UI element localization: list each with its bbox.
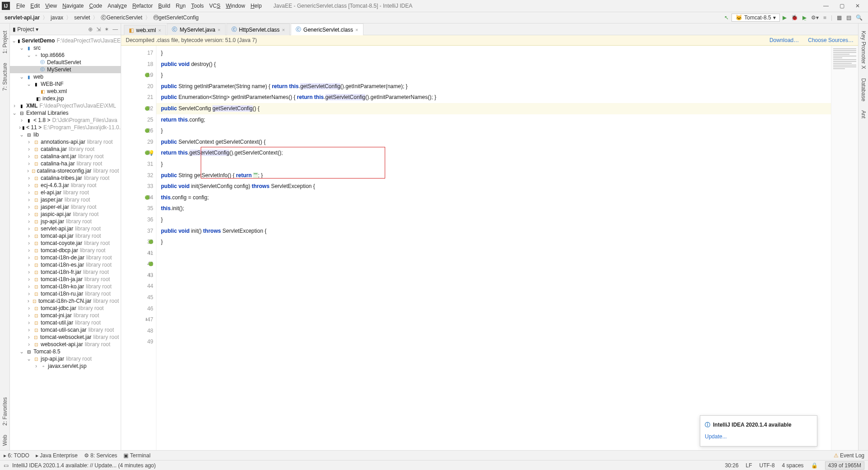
tree-lib-item[interactable]: ›⊡tomcat-i18n-ru.jarlibrary root	[10, 290, 121, 297]
toolwindow-favorites[interactable]: 2: Favorites	[2, 397, 8, 426]
tree-lib-item[interactable]: ›⊡tomcat-i18n-ja.jarlibrary root	[10, 276, 121, 283]
close-tab-icon[interactable]: ×	[282, 27, 285, 33]
tree-lib-item[interactable]: ›⊡catalina-ha.jarlibrary root	[10, 160, 121, 167]
tree-lib-item[interactable]: ›⊡tomcat-websocket.jarlibrary root	[10, 334, 121, 341]
tree-lib-item[interactable]: ›⊡tomcat-jni.jarlibrary root	[10, 312, 121, 319]
profile-icon[interactable]: ⚙▾	[811, 14, 819, 21]
caret-position[interactable]: 30:26	[725, 462, 739, 469]
toolwindow-structure[interactable]: 7: Structure	[2, 63, 8, 91]
crumb-jar[interactable]: servlet-api.jar	[3, 14, 42, 21]
tree-lib-item[interactable]: ›⊡catalina-storeconfig.jarlibrary root	[10, 167, 121, 174]
tree-lib-item[interactable]: ›⊡servlet-api.jarlibrary root	[10, 225, 121, 232]
menu-vcs[interactable]: VCS	[207, 3, 223, 9]
menu-analyze[interactable]: Analyze	[105, 3, 130, 9]
collapse-icon[interactable]: ✶	[104, 26, 109, 33]
tab-genericservlet[interactable]: ⓒGenericServlet.class×	[291, 24, 363, 35]
minimize-icon[interactable]: —	[823, 3, 829, 9]
menu-edit[interactable]: Edit	[28, 3, 42, 9]
menu-file[interactable]: FFileile	[14, 3, 28, 9]
toolwindow-ant[interactable]: Ant	[860, 110, 867, 118]
menu-navigate[interactable]: Navigate	[60, 3, 86, 9]
run-config-selector[interactable]: 🐱 Tomcat-8.5 ▾	[731, 14, 779, 22]
close-tab-icon[interactable]: ×	[355, 27, 358, 33]
close-tab-icon[interactable]: ×	[217, 27, 220, 33]
select-opened-icon[interactable]: ⊕	[88, 26, 93, 33]
tree-lib-item[interactable]: ›⊡jasper.jarlibrary root	[10, 196, 121, 203]
toolwindow-web[interactable]: Web	[2, 435, 8, 446]
readonly-icon[interactable]: 🔒	[811, 462, 818, 469]
tree-lib-item[interactable]: ›⊡catalina-tribes.jarlibrary root	[10, 174, 121, 182]
project-selector[interactable]: ▮ Project ▾	[13, 26, 38, 33]
tree-lib-item[interactable]: ›⊡annotations-api.jarlibrary root	[10, 138, 121, 146]
tab-httpservlet[interactable]: ⓒHttpServlet.class×	[226, 24, 290, 35]
crumb-class[interactable]: ⓒ GenericServlet	[99, 14, 144, 22]
download-sources-link[interactable]: Download…	[769, 37, 799, 43]
tree-lib-item[interactable]: ›⊡tomcat-i18n-de.jarlibrary root	[10, 254, 121, 261]
memory-indicator[interactable]: 439 of 1965M	[825, 461, 864, 470]
tree-lib-item[interactable]: ›⊡tomcat-api.jarlibrary root	[10, 232, 121, 240]
toolwindow-keypromoter[interactable]: Key Promoter X	[860, 31, 867, 69]
maximize-icon[interactable]: ▢	[840, 3, 844, 9]
toolwindow-services[interactable]: ⚙ 8: Services	[84, 452, 118, 459]
menu-view[interactable]: View	[42, 3, 60, 9]
code-editor[interactable]: } public void destroy() { } public Strin…	[156, 46, 831, 450]
line-numbers[interactable]: 171819🟢↑202122🟢↑2526🟢↑2930🟢↑31323334🟢↑35…	[121, 46, 156, 450]
expand-all-icon[interactable]: ⇲	[96, 26, 101, 33]
coverage-icon[interactable]: ▶̤	[802, 14, 807, 21]
update-link[interactable]: Update...	[705, 431, 812, 442]
tree-lib-item[interactable]: ›⊡jasper-el.jarlibrary root	[10, 203, 121, 211]
hide-icon[interactable]: —	[113, 26, 118, 33]
tree-lib-item[interactable]: ›⊡tomcat-dbcp.jarlibrary root	[10, 247, 121, 254]
menu-code[interactable]: Code	[86, 3, 105, 9]
menu-window[interactable]: Window	[223, 3, 248, 9]
toolwindow-project[interactable]: 1: Project	[2, 31, 8, 54]
tab-myservlet[interactable]: ⓒMyServlet.java×	[167, 24, 225, 35]
crumb-pkg1[interactable]: javax	[49, 14, 65, 21]
menu-tools[interactable]: Tools	[189, 3, 207, 9]
close-tab-icon[interactable]: ×	[158, 28, 161, 33]
tree-lib-item[interactable]: ›⊡tomcat-i18n-ko.jarlibrary root	[10, 283, 121, 290]
file-encoding[interactable]: UTF-8	[760, 462, 775, 469]
tree-lib-item[interactable]: ›⊡catalina.jarlibrary root	[10, 146, 121, 153]
toolwindow-todo[interactable]: ▸ 6: TODO	[4, 452, 29, 459]
line-separator[interactable]: LF	[746, 462, 752, 469]
close-icon[interactable]: ✕	[855, 3, 860, 9]
project-tree[interactable]: ⌄▮ServletDemoF:\IdeaProjectTwo\JavaEE\Se…	[10, 35, 121, 450]
back-arrow-icon[interactable]: ↖	[724, 14, 729, 21]
tree-lib-item[interactable]: ›⊡tomcat-i18n-es.jarlibrary root	[10, 261, 121, 268]
tree-myservlet[interactable]: ⓒMyServlet	[10, 66, 121, 73]
run-icon[interactable]: ▶	[783, 14, 787, 21]
status-quick-actions[interactable]: ▭	[4, 462, 9, 469]
tree-lib-item[interactable]: ›⊡tomcat-util-scan.jarlibrary root	[10, 326, 121, 334]
tree-lib-item[interactable]: ›⊡ecj-4.6.3.jarlibrary root	[10, 182, 121, 189]
toolwindow-javaee[interactable]: ▸ Java Enterprise	[36, 452, 78, 459]
tree-lib-item[interactable]: ›⊡catalina-ant.jarlibrary root	[10, 153, 121, 160]
search-everywhere-icon[interactable]: 🔍	[856, 14, 863, 21]
crumb-method[interactable]: ⓜ getServletConfig	[151, 14, 201, 22]
minimap[interactable]	[831, 46, 858, 450]
tree-lib-item[interactable]: ›⊡jaspic-api.jarlibrary root	[10, 211, 121, 218]
tree-lib-item[interactable]: ›⊡websocket-api.jarlibrary root	[10, 341, 121, 348]
tree-lib-item[interactable]: ›⊡tomcat-coyote.jarlibrary root	[10, 240, 121, 247]
menu-run[interactable]: Run	[173, 3, 189, 9]
menu-help[interactable]: Help	[248, 3, 264, 9]
tree-lib-item[interactable]: ›⊡el-api.jarlibrary root	[10, 189, 121, 196]
debug-icon[interactable]: 🐞	[791, 14, 798, 21]
tree-lib-item[interactable]: ›⊡tomcat-jdbc.jarlibrary root	[10, 305, 121, 312]
tree-lib-item[interactable]: ›⊡tomcat-i18n-fr.jarlibrary root	[10, 268, 121, 276]
intention-bulb-icon[interactable]: 💡	[148, 147, 155, 159]
stop-icon[interactable]: ■	[823, 14, 826, 21]
crumb-pkg2[interactable]: servlet	[72, 14, 92, 21]
tab-webxml[interactable]: ◧web.xml×	[124, 25, 166, 35]
tree-lib-item[interactable]: ›⊡tomcat-util.jarlibrary root	[10, 319, 121, 326]
tree-lib-item[interactable]: ›⊡jsp-api.jarlibrary root	[10, 218, 121, 225]
toolwindow-terminal[interactable]: ▣ Terminal	[123, 452, 150, 459]
project-structure-icon[interactable]: ▦	[837, 14, 842, 21]
menu-build[interactable]: Build	[156, 3, 173, 9]
toolwindow-database[interactable]: Database	[860, 78, 867, 101]
menu-refactor[interactable]: Refactor	[130, 3, 156, 9]
choose-sources-link[interactable]: Choose Sources…	[808, 37, 854, 43]
tree-lib-item[interactable]: ›⊡tomcat-i18n-zh-CN.jarlibrary root	[10, 297, 121, 305]
event-log[interactable]: ⚠ Event Log	[834, 452, 864, 459]
indent-setting[interactable]: 4 spaces	[782, 462, 804, 469]
